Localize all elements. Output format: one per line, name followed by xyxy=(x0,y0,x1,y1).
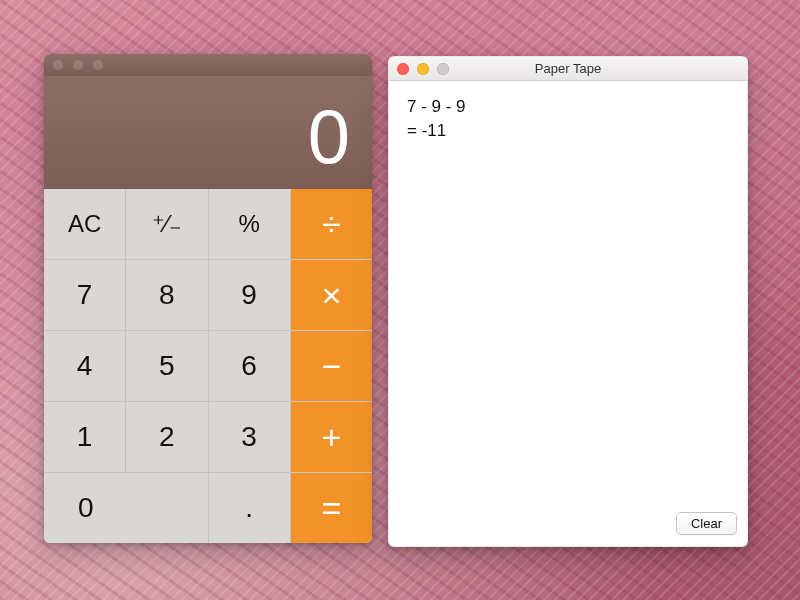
paper-tape-line: = -11 xyxy=(407,119,729,143)
key-plus[interactable]: + xyxy=(291,402,372,472)
calculator-window: 0 AC ⁺∕₋ % ÷ 7 8 9 × 4 5 6 − 1 2 3 + 0 .… xyxy=(44,54,372,543)
paper-tape-titlebar[interactable]: Paper Tape xyxy=(389,57,747,81)
key-percent[interactable]: % xyxy=(209,189,290,259)
traffic-light-minimize-icon[interactable] xyxy=(417,63,429,75)
calculator-display: 0 xyxy=(44,76,372,189)
key-8[interactable]: 8 xyxy=(126,260,207,330)
key-6[interactable]: 6 xyxy=(209,331,290,401)
key-5[interactable]: 5 xyxy=(126,331,207,401)
paper-tape-window: Paper Tape 7 - 9 - 9= -11 Clear xyxy=(388,56,748,547)
key-7[interactable]: 7 xyxy=(44,260,125,330)
paper-tape-line: 7 - 9 - 9 xyxy=(407,95,729,119)
key-1[interactable]: 1 xyxy=(44,402,125,472)
key-2[interactable]: 2 xyxy=(126,402,207,472)
key-4[interactable]: 4 xyxy=(44,331,125,401)
key-minus[interactable]: − xyxy=(291,331,372,401)
calculator-keypad: AC ⁺∕₋ % ÷ 7 8 9 × 4 5 6 − 1 2 3 + 0 . = xyxy=(44,189,372,543)
key-3[interactable]: 3 xyxy=(209,402,290,472)
key-multiply[interactable]: × xyxy=(291,260,372,330)
key-ac[interactable]: AC xyxy=(44,189,125,259)
paper-tape-footer: Clear xyxy=(389,508,747,546)
key-sign[interactable]: ⁺∕₋ xyxy=(126,189,207,259)
calculator-display-value: 0 xyxy=(308,99,350,175)
key-decimal[interactable]: . xyxy=(209,473,290,543)
clear-button[interactable]: Clear xyxy=(676,512,737,535)
traffic-light-close-icon[interactable] xyxy=(397,63,409,75)
key-divide[interactable]: ÷ xyxy=(291,189,372,259)
calculator-titlebar[interactable] xyxy=(44,54,372,76)
traffic-light-minimize-icon[interactable] xyxy=(72,59,84,71)
key-equals[interactable]: = xyxy=(291,473,372,543)
paper-tape-content: 7 - 9 - 9= -11 xyxy=(389,81,747,508)
key-0[interactable]: 0 xyxy=(44,473,208,543)
key-9[interactable]: 9 xyxy=(209,260,290,330)
traffic-light-zoom-icon[interactable] xyxy=(437,63,449,75)
traffic-light-zoom-icon[interactable] xyxy=(92,59,104,71)
traffic-light-close-icon[interactable] xyxy=(52,59,64,71)
